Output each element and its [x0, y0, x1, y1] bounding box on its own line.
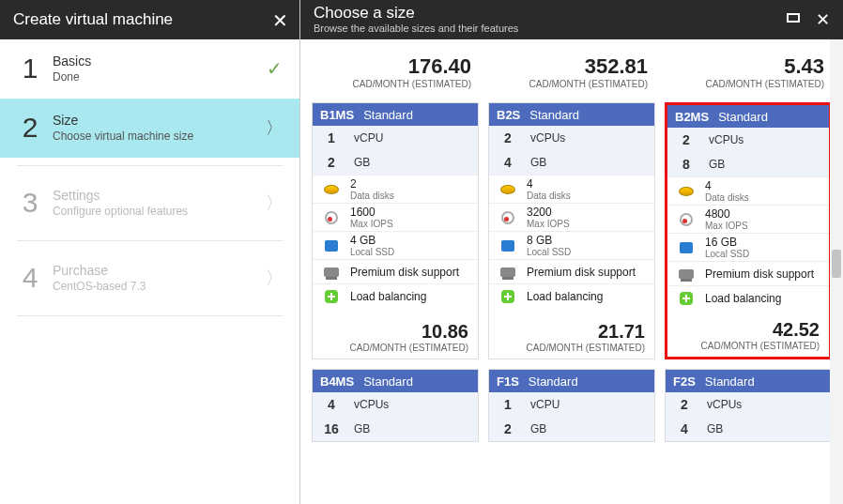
sku-label: B1MS — [320, 108, 354, 122]
gauge-icon — [675, 211, 697, 228]
price-desc: CAD/MONTH (ESTIMATED) — [496, 79, 648, 89]
price-value: 5.43 — [672, 54, 824, 79]
step-title: Purchase — [53, 263, 266, 278]
step-subtitle: Done — [53, 70, 261, 84]
card-price: 21.71CAD/MONTH (ESTIMATED) — [489, 312, 654, 359]
disk-icon — [497, 181, 519, 198]
tier-label: Standard — [363, 374, 413, 389]
tier-label: Standard — [363, 108, 413, 122]
sku-label: F1S — [497, 374, 519, 389]
price-value: 352.81 — [496, 54, 648, 79]
spec-data-disks: 4Data disks — [667, 176, 829, 205]
ssd-icon — [675, 239, 697, 256]
premium-disk-icon — [320, 264, 343, 281]
chevron-right-icon: 〉 — [266, 116, 283, 139]
spec-max-iops: 4800Max IOPS — [667, 205, 829, 233]
sku-label: B4MS — [320, 374, 354, 389]
spec-vcpu: 2vCPUs — [489, 126, 654, 150]
disk-icon — [320, 181, 343, 198]
spec-load-balancing: Load balancing — [667, 285, 829, 310]
gauge-icon — [320, 209, 343, 226]
spec-premium-disk: Premium disk support — [667, 261, 829, 285]
close-icon[interactable]: ✕ — [272, 9, 288, 32]
size-cards-grid[interactable]: 176.40 CAD/MONTH (ESTIMATED) 352.81 CAD/… — [300, 39, 843, 504]
wizard-header: Create virtual machine ✕ — [0, 0, 299, 39]
spec-max-iops: 3200Max IOPS — [489, 203, 654, 231]
divider — [17, 165, 283, 166]
spec-memory: 16GB — [313, 417, 478, 441]
top-price: 352.81 CAD/MONTH (ESTIMATED) — [488, 51, 655, 93]
gauge-icon — [497, 209, 519, 226]
wizard-steps: 1 Basics Done ✓ 2 Size Choose virtual ma… — [0, 39, 299, 324]
spec-memory: 4GB — [489, 150, 654, 175]
step-title: Settings — [53, 188, 266, 203]
spec-memory: 4GB — [666, 417, 831, 441]
card-price: 42.52CAD/MONTH (ESTIMATED) — [667, 310, 829, 357]
tier-label: Standard — [529, 108, 579, 122]
load-balancing-icon — [320, 288, 343, 305]
card-header: B2S Standard — [489, 103, 654, 126]
disk-icon — [675, 183, 697, 200]
sizes-panel: Choose a size Browse the available sizes… — [300, 0, 843, 504]
step-body: Basics Done — [47, 53, 261, 84]
divider — [17, 240, 283, 241]
load-balancing-icon — [497, 288, 519, 305]
wizard-step-settings: 3 Settings Configure optional features 〉 — [0, 174, 299, 233]
step-body: Size Choose virtual machine size — [47, 113, 266, 143]
step-number: 2 — [13, 112, 47, 144]
maximize-icon[interactable] — [787, 13, 800, 23]
wizard-title: Create virtual machine — [13, 10, 173, 29]
close-icon[interactable]: ✕ — [816, 9, 830, 30]
price-value: 176.40 — [319, 54, 471, 79]
card-price: 10.86CAD/MONTH (ESTIMATED) — [313, 312, 478, 359]
step-number: 1 — [13, 53, 47, 84]
step-title: Basics — [53, 53, 261, 69]
premium-disk-icon — [675, 266, 697, 283]
size-card-b2s[interactable]: B2S Standard 2vCPUs 4GB 4Data disks 3200… — [488, 102, 655, 359]
tier-label: Standard — [718, 110, 768, 124]
size-card-b2ms[interactable]: B2MS Standard 2vCPUs 8GB 4Data disks 480… — [665, 102, 832, 359]
size-card-b4ms[interactable]: B4MS Standard 4vCPUs 16GB — [312, 369, 479, 442]
spec-load-balancing: Load balancing — [489, 283, 654, 308]
spec-data-disks: 2Data disks — [313, 175, 478, 203]
spec-vcpu: 1vCPU — [313, 126, 478, 150]
step-number: 4 — [13, 262, 47, 294]
spec-vcpu: 4vCPUs — [313, 392, 478, 417]
wizard-step-size[interactable]: 2 Size Choose virtual machine size 〉 — [0, 99, 299, 158]
load-balancing-icon — [675, 290, 697, 307]
checkmark-icon: ✓ — [267, 57, 283, 80]
wizard-step-basics[interactable]: 1 Basics Done ✓ — [0, 39, 299, 99]
ssd-icon — [320, 237, 343, 254]
top-price: 176.40 CAD/MONTH (ESTIMATED) — [312, 51, 479, 93]
sku-label: B2S — [497, 108, 520, 122]
spec-memory: 2GB — [489, 417, 654, 441]
chevron-right-icon: 〉 — [266, 191, 283, 214]
wizard-panel: Create virtual machine ✕ 1 Basics Done ✓… — [0, 0, 300, 504]
sizes-subtitle: Browse the available sizes and their fea… — [314, 23, 830, 34]
card-header: B4MS Standard — [313, 370, 478, 392]
size-card-b1ms[interactable]: B1MS Standard 1vCPU 2GB 2Data disks 1600… — [312, 102, 479, 359]
spec-vcpu: 2vCPUs — [666, 392, 831, 417]
spec-max-iops: 1600Max IOPS — [313, 203, 478, 231]
spec-memory: 2GB — [313, 150, 478, 175]
premium-disk-icon — [497, 264, 519, 281]
step-number: 3 — [13, 187, 47, 219]
card-header: B1MS Standard — [313, 103, 478, 126]
size-card-f1s[interactable]: F1S Standard 1vCPU 2GB — [488, 369, 655, 442]
scrollbar-track[interactable] — [830, 39, 843, 504]
card-header: F2S Standard — [666, 370, 831, 392]
spec-data-disks: 4Data disks — [489, 175, 654, 203]
card-header: B2MS Standard — [667, 105, 829, 128]
scrollbar-thumb[interactable] — [832, 250, 841, 278]
sku-label: B2MS — [675, 110, 709, 124]
size-card-f2s[interactable]: F2S Standard 2vCPUs 4GB — [665, 369, 832, 442]
step-body: Settings Configure optional features — [47, 188, 266, 218]
divider — [17, 315, 283, 316]
tier-label: Standard — [705, 374, 755, 389]
spec-load-balancing: Load balancing — [313, 283, 478, 308]
spec-local-ssd: 8 GBLocal SSD — [489, 231, 654, 259]
sizes-title: Choose a size — [314, 4, 830, 23]
step-subtitle: Choose virtual machine size — [53, 130, 266, 143]
spec-memory: 8GB — [667, 152, 829, 176]
price-desc: CAD/MONTH (ESTIMATED) — [672, 79, 824, 89]
